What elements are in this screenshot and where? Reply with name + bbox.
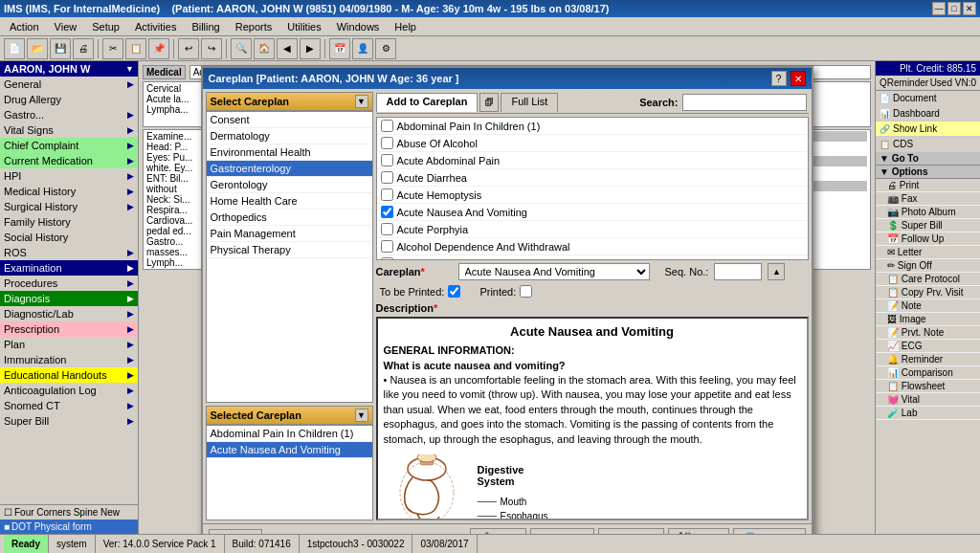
to-be-printed-checkbox[interactable] [448,285,460,298]
sidebar-item-family-history[interactable]: Family History [0,214,138,230]
checkbox-alcohol-dependence[interactable]: Alcohol Dependence And Withdrawal [377,238,808,255]
menu-billing[interactable]: Billing [184,19,227,34]
checkbox-acute-nausea[interactable]: Acute Nausea And Vomiting [377,204,808,221]
menu-reports[interactable]: Reports [228,19,280,34]
sidebar-item-plan[interactable]: Plan ▶ [0,337,138,352]
right-btn-vital[interactable]: 💓 Vital [876,393,980,407]
careplan-item-gerontology[interactable]: Gerontology [207,177,372,193]
right-btn-fax[interactable]: 📠 Fax [876,192,980,206]
checkbox-acute-diarrhea-input[interactable] [381,171,393,184]
toolbar-undo[interactable]: ↩ [178,38,199,59]
modal-close-btn[interactable]: ✕ [791,71,806,86]
toolbar-back[interactable]: ◀ [277,38,298,59]
sidebar-item-drug-allergy[interactable]: Drug Allergy [0,92,138,107]
checkbox-acute-abdominal-input[interactable] [381,154,393,166]
right-btn-letter[interactable]: ✉ Letter [876,246,980,259]
menu-setup[interactable]: Setup [84,19,127,34]
careplan-list[interactable]: Consent Dermatology Environmental Health… [206,111,373,403]
right-btn-care-protocol[interactable]: 📋 Care Protocol [876,273,980,286]
sidebar-item-vital-signs[interactable]: Vital Signs ▶ [0,122,138,138]
sidebar-item-social-history[interactable]: Social History [0,230,138,245]
right-btn-image[interactable]: 🖼 Image [876,313,980,326]
sidebar-bottom-four-corners[interactable]: ☐ Four Corners Spine New [0,505,138,520]
right-btn-ecg[interactable]: 📈 ECG [876,340,980,353]
toolbar-print[interactable]: 🖨 [73,38,94,59]
sidebar-item-snomed[interactable]: Snomed CT ▶ [0,398,138,413]
menu-view[interactable]: View [47,19,85,34]
toolbar-cut[interactable]: ✂ [102,38,123,59]
right-btn-cds[interactable]: 📋 CDS [876,137,980,152]
sidebar-item-ros[interactable]: ROS ▶ [0,245,138,260]
menu-help[interactable]: Help [387,19,424,34]
toolbar-redo[interactable]: ↪ [201,38,222,59]
tab-icon[interactable]: 🗐 [479,93,499,112]
right-btn-prvt-note[interactable]: 📝 Prvt. Note [876,326,980,340]
right-btn-reminder[interactable]: 🔔 Reminder [876,353,980,366]
toolbar-save[interactable]: 💾 [50,38,71,59]
careplan-item-dermatology[interactable]: Dermatology [207,128,372,144]
menu-utilities[interactable]: Utilities [279,19,328,34]
description-area[interactable]: Acute Nausea and Vomiting GENERAL INFORM… [376,317,809,520]
right-btn-lab[interactable]: 🧪 Lab [876,407,980,420]
careplan-item-gastroenterology[interactable]: Gastroenterology [207,161,372,177]
sidebar-bottom-dot-physical[interactable]: ■ DOT Physical form [0,520,138,534]
toolbar-open[interactable]: 📂 [27,38,48,59]
selected-item-acute-nausea[interactable]: Acute Nausea And Vomiting [207,442,372,458]
checkbox-alcohol-dependence-input[interactable] [381,240,393,253]
sidebar-item-anticoagulation[interactable]: Anticoagulation Log ▶ [0,383,138,398]
toolbar-new[interactable]: 📄 [4,38,25,59]
toolbar-forward[interactable]: ▶ [300,38,321,59]
sidebar-item-procedures[interactable]: Procedures ▶ [0,276,138,291]
sidebar-item-examination[interactable]: Examination ▶ [0,260,138,276]
seq-no-up-btn[interactable]: ▲ [768,263,785,280]
right-btn-dashboard[interactable]: 📊 Dashboard [876,106,980,122]
checkbox-acute-porphyia[interactable]: Acute Porphyia [377,221,808,238]
sidebar-item-educational-handouts[interactable]: Educational Handouts ▶ [0,367,138,383]
tab-add-to-careplan[interactable]: Add to Careplan [376,93,479,112]
sidebar-item-immunization[interactable]: Immunization ▶ [0,352,138,367]
menu-action[interactable]: Action [2,19,47,34]
sidebar-item-gastro[interactable]: Gastro... ▶ [0,107,138,122]
careplan-dropdown[interactable]: Acute Nausea And Vomiting [458,263,650,280]
search-input[interactable] [682,94,807,111]
toolbar-paste[interactable]: 📌 [148,38,169,59]
checkbox-acute-diarrhea[interactable]: Acute Diarrhea [377,169,808,187]
seq-no-input[interactable] [714,263,762,280]
toolbar-home[interactable]: 🏠 [254,38,275,59]
careplan-item-physical-therapy[interactable]: Physical Therapy [207,242,372,258]
checkbox-abdominal-pain-children-input[interactable] [381,120,393,132]
selected-item-abdominal[interactable]: Abdominal Pain In Children (1) [207,426,372,442]
right-btn-document[interactable]: 📄 Document [876,91,980,106]
sidebar-item-prescription[interactable]: Prescription ▶ [0,321,138,337]
minimize-btn[interactable]: — [932,2,946,15]
checkbox-alcohol-intoxication-input[interactable] [381,257,393,260]
maximize-btn[interactable]: □ [947,2,961,15]
printed-checkbox[interactable] [520,285,532,298]
toolbar-user[interactable]: 👤 [352,38,373,59]
toolbar-search[interactable]: 🔍 [231,38,252,59]
careplan-item-env-health[interactable]: Environmental Health [207,144,372,161]
menu-windows[interactable]: Windows [329,19,388,34]
right-btn-sign-off[interactable]: ✏ Sign Off [876,259,980,273]
sidebar-item-surgical-history[interactable]: Surgical History ▶ [0,199,138,214]
checkbox-acute-porphyia-input[interactable] [381,223,393,235]
careplan-item-pain-mgmt[interactable]: Pain Management [207,226,372,242]
toolbar-calendar[interactable]: 📅 [329,38,350,59]
toolbar-settings[interactable]: ⚙ [375,38,396,59]
checkbox-abuse-alcohol[interactable]: Abuse Of Alcohol [377,135,808,152]
checkbox-abuse-alcohol-input[interactable] [381,137,393,149]
checkbox-acute-nausea-input[interactable] [381,206,393,218]
right-btn-note[interactable]: 📝 Note [876,299,980,313]
sidebar-item-diagnostic-lab[interactable]: Diagnostic/Lab ▶ [0,306,138,321]
tab-full-list[interactable]: Full List [501,93,558,112]
right-btn-photo-album[interactable]: 📷 Photo Album [876,206,980,219]
sidebar-item-super-bill[interactable]: Super Bill ▶ [0,413,138,429]
modal-help-btn[interactable]: ? [771,71,787,86]
sidebar-item-current-medication[interactable]: Current Medication ▶ [0,153,138,168]
right-btn-print[interactable]: 🖨 Print [876,179,980,192]
right-btn-show-link[interactable]: 🔗 Show Link [876,122,980,137]
careplan-item-orthopedics[interactable]: Orthopedics [207,210,372,226]
sidebar-item-chief-complaint[interactable]: Chief Complaint ▶ [0,138,138,153]
checkbox-abdominal-pain-children[interactable]: Abdominal Pain In Children (1) [377,118,808,135]
right-btn-copy-prv[interactable]: 📋 Copy Prv. Visit [876,286,980,299]
